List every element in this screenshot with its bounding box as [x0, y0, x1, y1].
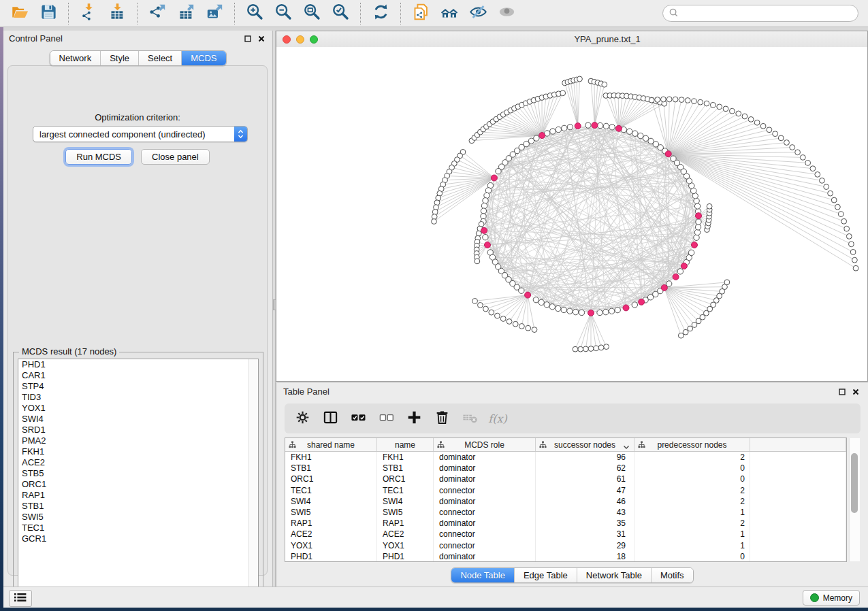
- table-cell: 1: [634, 540, 750, 551]
- run-mcds-button[interactable]: Run MCDS: [65, 149, 132, 165]
- mcds-result-item[interactable]: SWI5: [18, 512, 258, 523]
- table-row[interactable]: SWI5SWI5connector431: [285, 507, 846, 518]
- table-cell: TEC1: [285, 485, 377, 496]
- attribute-type-icon: [289, 441, 296, 450]
- export-image-button[interactable]: [204, 3, 225, 24]
- float-icon[interactable]: [837, 386, 848, 397]
- zoom-selected-button[interactable]: [329, 3, 351, 24]
- mcds-result-item[interactable]: FKH1: [18, 446, 258, 457]
- mcds-result-item[interactable]: TID3: [18, 392, 258, 403]
- export-network-button[interactable]: [146, 3, 168, 24]
- mcds-result-item[interactable]: GCR1: [18, 533, 258, 544]
- select-all-button[interactable]: [350, 410, 366, 427]
- tab-network-table[interactable]: Network Table: [577, 568, 652, 582]
- search-input[interactable]: [682, 7, 852, 19]
- show-all-button[interactable]: [496, 3, 517, 24]
- split-view-button[interactable]: [322, 410, 338, 427]
- zoom-out-button[interactable]: [272, 3, 294, 24]
- mcds-result-item[interactable]: ACE2: [18, 457, 258, 468]
- tab-edge-table[interactable]: Edge Table: [515, 568, 577, 582]
- deselect-all-icon: [379, 410, 394, 428]
- mcds-result-item[interactable]: STP4: [18, 381, 258, 392]
- network-canvas[interactable]: [276, 47, 867, 381]
- tab-mcds[interactable]: MCDS: [182, 51, 225, 65]
- table-row[interactable]: TEC1TEC1connector472: [285, 485, 846, 496]
- table-row[interactable]: ORC1ORC1dominator610: [285, 474, 846, 484]
- tab-node-table[interactable]: Node Table: [451, 568, 515, 582]
- tab-style[interactable]: Style: [101, 51, 139, 65]
- table-cell: 62: [536, 463, 634, 474]
- table-row[interactable]: SWI4SWI4dominator462: [285, 496, 846, 507]
- mcds-result-item[interactable]: STB5: [18, 468, 258, 479]
- export-table-button[interactable]: [175, 3, 197, 24]
- table-row[interactable]: FKH1FKH1dominator962: [285, 452, 846, 463]
- mcds-result-item[interactable]: CAR1: [18, 370, 258, 381]
- zoom-fit-button[interactable]: [301, 3, 323, 24]
- column-header-MCDS-role[interactable]: MCDS role: [434, 438, 536, 451]
- mcds-result-item[interactable]: SWI4: [18, 414, 258, 425]
- table-cell: 29: [536, 540, 634, 551]
- memory-button[interactable]: Memory: [803, 590, 860, 606]
- zoom-in-button[interactable]: [244, 3, 266, 24]
- attribute-type-icon: [437, 441, 445, 450]
- duplicate-network-button[interactable]: [410, 3, 432, 24]
- column-settings-button[interactable]: [294, 410, 310, 427]
- open-session-icon: [11, 3, 29, 24]
- search-box: [662, 5, 858, 22]
- mcds-result-item[interactable]: PHD1: [18, 359, 258, 370]
- first-neighbors-button[interactable]: [438, 3, 460, 24]
- close-window-icon[interactable]: [283, 35, 291, 44]
- toolbar-separator: [234, 3, 235, 24]
- table-row[interactable]: RAP1RAP1dominator352: [285, 518, 846, 529]
- table-cell: dominator: [434, 551, 536, 562]
- mcds-result-item[interactable]: YOX1: [18, 403, 258, 414]
- delete-row-button[interactable]: [434, 410, 450, 427]
- float-icon[interactable]: [242, 33, 253, 44]
- close-icon[interactable]: [256, 33, 267, 44]
- criterion-dropdown[interactable]: largest connected component (undirected): [33, 126, 248, 142]
- add-row-button[interactable]: [406, 410, 422, 427]
- mcds-result-item[interactable]: TEC1: [18, 523, 258, 533]
- save-session-button[interactable]: [37, 3, 59, 24]
- network-window: YPA_prune.txt_1: [276, 31, 868, 382]
- table-row[interactable]: PHD1PHD1dominator180: [285, 551, 846, 562]
- column-header-shared-name[interactable]: shared name: [285, 438, 377, 451]
- show-panels-button[interactable]: [9, 590, 32, 607]
- table-cell: TEC1: [377, 485, 434, 496]
- table-panel-header: Table Panel: [276, 383, 868, 400]
- table-row[interactable]: ACE2ACE2connector311: [285, 529, 846, 540]
- mcds-list-scrollbar[interactable]: [248, 359, 258, 597]
- table-cell: 46: [536, 496, 634, 507]
- tab-select[interactable]: Select: [139, 51, 182, 65]
- tab-motifs[interactable]: Motifs: [652, 568, 693, 582]
- table-panel: Table Panel f(x) shared namenameMCDS rol…: [276, 383, 868, 587]
- close-icon[interactable]: [850, 386, 861, 397]
- deselect-all-button[interactable]: [378, 410, 394, 427]
- open-session-button[interactable]: [9, 3, 31, 24]
- mcds-result-item[interactable]: SRD1: [18, 425, 258, 435]
- mcds-result-item[interactable]: STB1: [18, 501, 258, 512]
- refresh-layout-button[interactable]: [370, 3, 391, 24]
- mcds-result-item[interactable]: PMA2: [18, 435, 258, 446]
- tab-network[interactable]: Network: [50, 51, 101, 65]
- mcds-result-item[interactable]: RAP1: [18, 490, 258, 501]
- mcds-result-item[interactable]: ORC1: [18, 479, 258, 490]
- column-header-predecessor-nodes[interactable]: predecessor nodes: [634, 438, 750, 451]
- minimize-window-icon[interactable]: [296, 35, 304, 44]
- import-table-button[interactable]: [106, 3, 128, 24]
- mcds-result-list[interactable]: PHD1CAR1STP4TID3YOX1SWI4SRD1PMA2FKH1ACE2…: [18, 359, 259, 597]
- import-network-button[interactable]: [78, 3, 99, 24]
- column-header-successor-nodes[interactable]: successor nodes: [536, 438, 634, 451]
- table-cell: SWI5: [377, 507, 434, 518]
- first-neighbors-icon: [440, 3, 459, 24]
- table-row[interactable]: STB1STB1dominator620: [285, 463, 846, 474]
- table-scrollbar[interactable]: [849, 438, 860, 561]
- table-cell: SWI5: [285, 507, 377, 518]
- table-row[interactable]: YOX1YOX1connector291: [285, 540, 846, 551]
- hide-selected-button[interactable]: [467, 3, 489, 24]
- maximize-window-icon[interactable]: [310, 35, 318, 44]
- table-scrollbar-thumb[interactable]: [851, 453, 858, 513]
- column-header-name[interactable]: name: [377, 438, 434, 451]
- save-session-icon: [39, 3, 58, 24]
- close-panel-button[interactable]: Close panel: [141, 149, 210, 165]
